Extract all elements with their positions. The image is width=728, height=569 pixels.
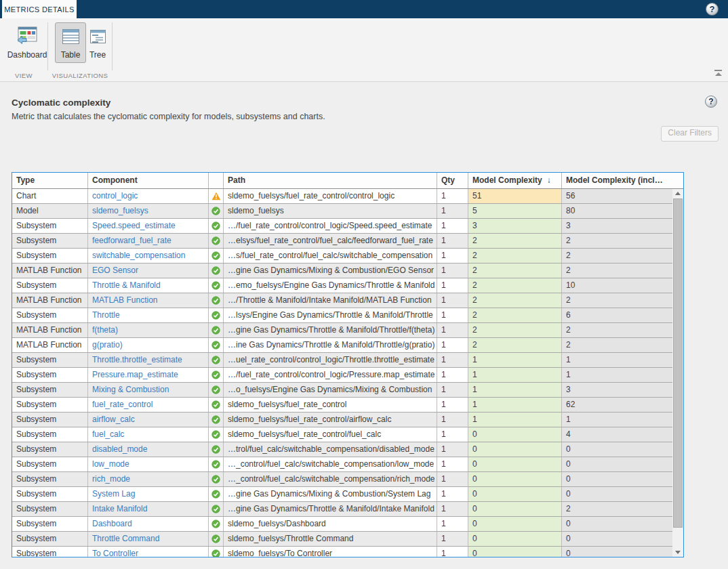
component-link[interactable]: switchable_compensation <box>88 249 209 263</box>
cell-model-complexity: 0 <box>468 517 562 531</box>
cell-model-complexity: 2 <box>468 234 562 248</box>
cell-model-complexity-incl: 0 <box>562 457 672 471</box>
table-row[interactable]: Chart control_logic sldemo_fuelsys/fuel_… <box>12 189 672 204</box>
metric-help-icon[interactable]: ? <box>705 96 717 108</box>
cell-model-complexity-incl: 0 <box>562 487 672 501</box>
toolbar-group-divider <box>47 22 48 70</box>
clear-filters-button[interactable]: Clear Filters <box>661 126 719 142</box>
component-link[interactable]: Throttle.throttle_estimate <box>88 353 209 367</box>
component-link[interactable]: To Controller <box>88 547 209 557</box>
table-view-button[interactable]: Table <box>55 22 86 63</box>
help-icon[interactable]: ? <box>706 3 719 16</box>
cell-path: …ine Gas Dynamics/Throttle & Manifold/Th… <box>224 338 437 352</box>
status-cell <box>209 204 224 218</box>
component-link[interactable]: control_logic <box>88 189 209 203</box>
cell-model-complexity-incl: 2 <box>562 293 672 308</box>
cell-path: …/Throttle & Manifold/Intake Manifold/MA… <box>224 293 437 308</box>
column-header-component[interactable]: Component <box>88 173 209 188</box>
tree-view-button[interactable]: Tree <box>83 22 112 63</box>
table-row[interactable]: Subsystem Pressure.map_estimate …/fuel_r… <box>12 368 672 383</box>
metrics-table: Type Component Path Qty Model Complexity… <box>12 172 684 557</box>
scroll-up-icon[interactable] <box>672 189 683 198</box>
dashboard-button[interactable]: Dashboard <box>5 22 49 63</box>
component-link[interactable]: rich_mode <box>88 472 209 486</box>
tab-metrics-details[interactable]: METRICS DETAILS <box>2 0 77 18</box>
table-row[interactable]: Subsystem fuel_calc sldemo_fuelsys/fuel_… <box>12 427 672 442</box>
component-link[interactable]: Throttle Command <box>88 532 209 546</box>
component-link[interactable]: MATLAB Function <box>88 293 209 308</box>
component-link[interactable]: Dashboard <box>88 517 209 531</box>
component-link[interactable]: EGO Sensor <box>88 264 209 278</box>
cell-model-complexity-incl: 0 <box>562 517 672 531</box>
component-link[interactable]: Throttle <box>88 308 209 322</box>
component-link[interactable]: Throttle & Manifold <box>88 278 209 293</box>
table-row[interactable]: Subsystem System Lag …gine Gas Dynamics/… <box>12 487 672 502</box>
cell-model-complexity: 51 <box>468 189 562 203</box>
component-link[interactable]: Intake Manifold <box>88 502 209 516</box>
table-row[interactable]: MATLAB Function MATLAB Function …/Thrott… <box>12 293 672 308</box>
table-row[interactable]: Model sldemo_fuelsys sldemo_fuelsys 1 5 … <box>12 204 672 219</box>
cell-model-complexity: 5 <box>468 204 562 218</box>
column-header-path[interactable]: Path <box>224 173 437 188</box>
column-header-model-complexity-incl[interactable]: Model Complexity (incl… <box>562 173 672 188</box>
pass-check-icon <box>211 296 220 305</box>
table-row[interactable]: MATLAB Function f(theta) …gine Gas Dynam… <box>12 323 672 338</box>
status-cell <box>209 517 224 531</box>
pass-check-icon <box>211 207 220 215</box>
component-link[interactable]: disabled_mode <box>88 442 209 457</box>
component-link[interactable]: feedforward_fuel_rate <box>88 234 209 248</box>
component-link[interactable]: Mixing & Combustion <box>88 383 209 397</box>
table-row[interactable]: Subsystem Throttle Command sldemo_fuelsy… <box>12 532 672 547</box>
component-link[interactable]: fuel_calc <box>88 427 209 442</box>
table-row[interactable]: Subsystem switchable_compensation …s/fue… <box>12 249 672 264</box>
component-link[interactable]: g(pratio) <box>88 338 209 352</box>
column-header-qty[interactable]: Qty <box>437 173 468 188</box>
cell-path: sldemo_fuelsys/fuel_rate_control <box>224 398 437 412</box>
dashboard-button-label: Dashboard <box>7 50 47 60</box>
component-link[interactable]: airflow_calc <box>88 413 209 427</box>
cell-model-complexity-incl: 1 <box>562 368 672 382</box>
cell-type: MATLAB Function <box>12 338 88 352</box>
component-link[interactable]: Pressure.map_estimate <box>88 368 209 382</box>
column-header-type[interactable]: Type <box>12 173 88 188</box>
table-row[interactable]: Subsystem airflow_calc sldemo_fuelsys/fu… <box>12 413 672 427</box>
component-link[interactable]: Speed.speed_estimate <box>88 219 209 233</box>
status-cell <box>209 502 224 516</box>
table-row[interactable]: Subsystem low_mode …_control/fuel_calc/s… <box>12 457 672 472</box>
table-row[interactable]: Subsystem rich_mode …_control/fuel_calc/… <box>12 472 672 487</box>
status-cell <box>209 487 224 501</box>
cell-model-complexity-incl: 0 <box>562 442 672 457</box>
cell-type: Subsystem <box>12 427 88 442</box>
table-row[interactable]: Subsystem Throttle.throttle_estimate …ue… <box>12 353 672 368</box>
cell-model-complexity-incl: 80 <box>562 204 672 218</box>
table-row[interactable]: Subsystem Dashboard sldemo_fuelsys/Dashb… <box>12 517 672 532</box>
table-row[interactable]: MATLAB Function EGO Sensor …gine Gas Dyn… <box>12 264 672 278</box>
table-row[interactable]: Subsystem Throttle & Manifold …emo_fuels… <box>12 278 672 293</box>
table-row[interactable]: Subsystem Intake Manifold …gine Gas Dyna… <box>12 502 672 517</box>
component-link[interactable]: low_mode <box>88 457 209 471</box>
table-row[interactable]: MATLAB Function g(pratio) …ine Gas Dynam… <box>12 338 672 353</box>
table-row[interactable]: Subsystem Mixing & Combustion …o_fuelsys… <box>12 383 672 398</box>
column-header-status[interactable] <box>209 173 224 188</box>
scrollbar-thumb[interactable] <box>673 198 683 528</box>
cell-qty: 1 <box>437 413 468 427</box>
cell-qty: 1 <box>437 547 468 557</box>
cell-model-complexity-incl: 3 <box>562 219 672 233</box>
cell-path: sldemo_fuelsys/Dashboard <box>224 517 437 531</box>
scroll-down-icon[interactable] <box>672 548 683 557</box>
component-link[interactable]: System Lag <box>88 487 209 501</box>
collapse-ribbon-icon[interactable] <box>714 70 723 77</box>
component-link[interactable]: f(theta) <box>88 323 209 337</box>
pass-check-icon <box>211 326 220 335</box>
table-row[interactable]: Subsystem feedforward_fuel_rate …elsys/f… <box>12 234 672 249</box>
table-row[interactable]: Subsystem To Controller sldemo_fuelsys/T… <box>12 547 672 557</box>
column-header-model-complexity[interactable]: Model Complexity↓ <box>468 173 562 188</box>
component-link[interactable]: sldemo_fuelsys <box>88 204 209 218</box>
table-row[interactable]: Subsystem Throttle …lsys/Engine Gas Dyna… <box>12 308 672 323</box>
table-row[interactable]: Subsystem fuel_rate_control sldemo_fuels… <box>12 398 672 413</box>
table-row[interactable]: Subsystem Speed.speed_estimate …/fuel_ra… <box>12 219 672 234</box>
pass-check-icon <box>211 400 220 409</box>
table-row[interactable]: Subsystem disabled_mode …trol/fuel_calc/… <box>12 442 672 457</box>
component-link[interactable]: fuel_rate_control <box>88 398 209 412</box>
status-cell <box>209 532 224 546</box>
